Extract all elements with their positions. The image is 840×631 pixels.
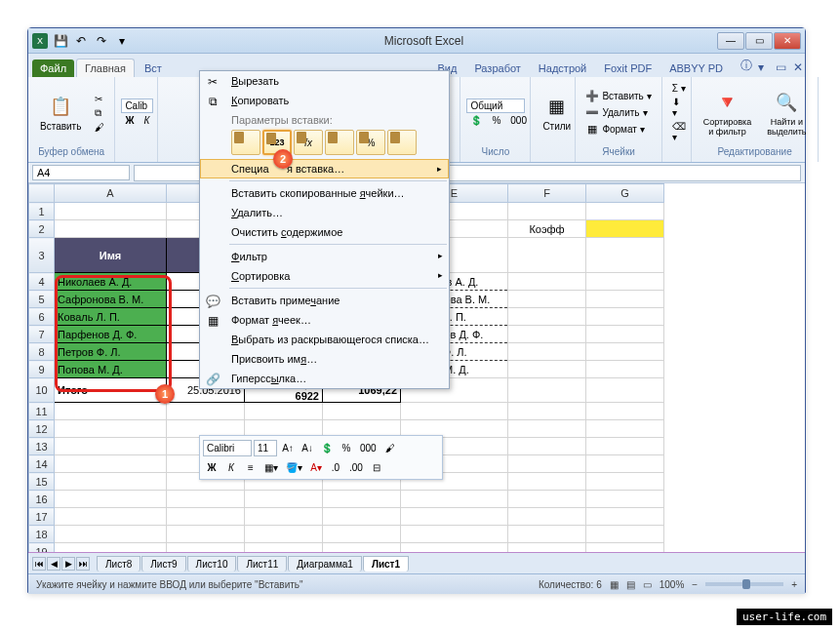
sheet-tab[interactable]: Лист9 xyxy=(141,556,185,572)
minimize-button[interactable]: — xyxy=(717,32,744,50)
cell[interactable] xyxy=(508,438,586,455)
name-box[interactable]: A4 xyxy=(32,165,130,180)
cell[interactable] xyxy=(508,473,586,491)
cell[interactable] xyxy=(586,455,664,473)
cell[interactable] xyxy=(586,420,664,438)
cell[interactable] xyxy=(586,361,664,378)
format-painter-icon[interactable]: 🖌 xyxy=(91,121,108,134)
cell[interactable] xyxy=(586,543,664,553)
cm-format-cells[interactable]: ▦Формат ячеек… xyxy=(200,310,449,330)
cell[interactable]: Коэфф xyxy=(508,220,586,238)
cell[interactable]: Коваль Л. П. xyxy=(55,308,167,326)
cell[interactable] xyxy=(586,343,664,361)
cell[interactable] xyxy=(586,273,664,291)
cell[interactable] xyxy=(245,543,323,553)
cell[interactable] xyxy=(508,308,586,326)
cell[interactable]: Итого xyxy=(55,378,167,403)
row-header-19[interactable]: 19 xyxy=(29,543,55,553)
cell[interactable]: Петров Ф. Л. xyxy=(55,343,167,361)
cell[interactable] xyxy=(508,326,586,343)
cell[interactable] xyxy=(55,491,167,508)
tab-nav-prev-icon[interactable]: ◀ xyxy=(47,557,60,571)
sheet-tab[interactable]: Лист1 xyxy=(363,556,409,572)
save-icon[interactable]: 💾 xyxy=(52,32,69,50)
number-format-combo[interactable]: Общий xyxy=(466,99,525,113)
cm-hyperlink[interactable]: 🔗Гиперссылка… xyxy=(200,369,449,388)
minimize-ribbon-icon[interactable]: ▾ xyxy=(750,58,766,77)
cell[interactable]: Николаев А. Д. xyxy=(55,273,167,291)
cell[interactable] xyxy=(508,420,586,438)
help-icon[interactable]: ⓘ xyxy=(733,55,748,77)
cell[interactable] xyxy=(508,403,586,420)
cell[interactable] xyxy=(167,543,245,553)
maximize-button[interactable]: ▭ xyxy=(745,32,773,50)
cm-paste-special[interactable]: Специа я вставка…▸ xyxy=(200,159,449,178)
cell[interactable] xyxy=(508,491,586,508)
thousands-mini-icon[interactable]: 000 xyxy=(357,439,380,456)
row-header-3[interactable]: 3 xyxy=(29,238,55,273)
cell[interactable]: Парфенов Д. Ф. xyxy=(55,326,167,343)
col-header-A[interactable]: A xyxy=(55,184,167,203)
fill-icon[interactable]: ⬇ ▾ xyxy=(668,96,690,119)
cell[interactable] xyxy=(508,343,586,361)
cell[interactable] xyxy=(401,491,508,508)
row-header-7[interactable]: 7 xyxy=(29,326,55,343)
format-cells-button[interactable]: ▦Формат ▾ xyxy=(581,122,655,138)
cell[interactable] xyxy=(323,526,401,543)
cell[interactable] xyxy=(508,238,586,273)
align-center-icon[interactable]: ≡ xyxy=(242,458,260,476)
row-header-5[interactable]: 5 xyxy=(29,291,55,308)
cell[interactable] xyxy=(167,403,245,420)
cell[interactable] xyxy=(508,508,586,526)
col-header-G[interactable]: G xyxy=(586,184,664,203)
cm-sort[interactable]: Сортировка▸ xyxy=(200,266,449,286)
cell[interactable] xyxy=(586,378,664,403)
cell[interactable] xyxy=(508,273,586,291)
cell[interactable] xyxy=(245,403,323,420)
row-header-1[interactable]: 1 xyxy=(29,203,55,220)
cm-dropdown-list[interactable]: Выбрать из раскрывающегося списка… xyxy=(200,330,449,349)
font-combo[interactable]: Calib xyxy=(121,99,153,113)
col-header-F[interactable]: F xyxy=(508,184,586,203)
row-header-9[interactable]: 9 xyxy=(29,361,55,378)
styles-button[interactable]: ▦Стили xyxy=(537,92,577,134)
merge-mini-icon[interactable]: ⊟ xyxy=(368,458,385,476)
cell[interactable]: Сафронова В. М. xyxy=(55,291,167,308)
row-header-13[interactable]: 13 xyxy=(29,438,55,455)
zoom-level[interactable]: 100% xyxy=(660,579,685,590)
row-header-6[interactable]: 6 xyxy=(29,308,55,326)
cm-insert-copied[interactable]: Вставить скопированные ячейки… xyxy=(200,183,449,203)
workbook-restore-icon[interactable]: ▭ xyxy=(768,58,783,77)
cell[interactable] xyxy=(586,308,664,326)
tab-abbyy[interactable]: ABBYY PD xyxy=(661,59,731,77)
tab-foxit[interactable]: Foxit PDF xyxy=(596,59,660,77)
redo-icon[interactable]: ↷ xyxy=(93,32,110,50)
mini-size-combo[interactable]: 11 xyxy=(254,440,277,456)
autosum-icon[interactable]: Σ ▾ xyxy=(668,82,690,95)
tab-insert[interactable]: Вст xyxy=(137,59,170,77)
row-header-18[interactable]: 18 xyxy=(29,526,55,543)
paste-opt-all[interactable] xyxy=(231,130,260,155)
cell[interactable] xyxy=(586,508,664,526)
sheet-tab[interactable]: Лист11 xyxy=(237,556,287,572)
italic-mini-button[interactable]: К xyxy=(222,458,240,476)
cell[interactable] xyxy=(401,526,508,543)
cell[interactable] xyxy=(167,526,245,543)
cell[interactable] xyxy=(586,203,664,220)
cell[interactable] xyxy=(245,491,323,508)
percent-mini-icon[interactable]: % xyxy=(338,439,355,456)
tab-nav-last-icon[interactable]: ⏭ xyxy=(76,557,90,571)
row-header-11[interactable]: 11 xyxy=(29,403,55,420)
zoom-slider[interactable] xyxy=(705,582,783,586)
thousands-icon[interactable]: 000 xyxy=(506,114,531,127)
cell[interactable] xyxy=(55,526,167,543)
shrink-font-icon[interactable]: A↓ xyxy=(299,439,316,456)
sheet-tab[interactable]: Лист8 xyxy=(97,556,140,572)
paste-opt-formatting[interactable] xyxy=(325,130,354,155)
paste-opt-percent[interactable]: % xyxy=(356,130,385,155)
cell[interactable] xyxy=(55,403,167,420)
row-header-15[interactable]: 15 xyxy=(29,473,55,491)
cm-clear[interactable]: Очистить содержимое xyxy=(200,222,449,242)
tab-nav-first-icon[interactable]: ⏮ xyxy=(32,557,46,571)
find-select-button[interactable]: 🔍Найти и выделить xyxy=(761,88,812,138)
